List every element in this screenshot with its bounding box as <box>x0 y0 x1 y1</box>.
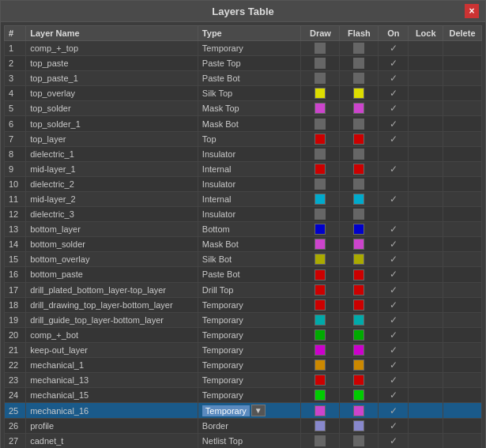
row-on-checkbox[interactable]: ✓ <box>379 86 409 101</box>
row-on-checkbox[interactable] <box>379 176 409 191</box>
row-on-checkbox[interactable]: ✓ <box>379 56 409 71</box>
row-delete-checkbox[interactable] <box>443 222 482 237</box>
row-draw-swatch[interactable] <box>301 252 340 267</box>
flash-color-swatch[interactable] <box>353 284 364 296</box>
flash-color-swatch[interactable] <box>353 390 364 401</box>
row-layer-name[interactable]: mechanical_13 <box>26 373 198 388</box>
row-delete-checkbox[interactable] <box>443 282 482 297</box>
flash-color-swatch[interactable] <box>353 435 364 446</box>
row-on-checkbox[interactable]: ✓ <box>379 71 409 86</box>
row-delete-checkbox[interactable] <box>443 71 482 86</box>
row-flash-swatch[interactable] <box>340 146 379 161</box>
draw-color-swatch[interactable] <box>315 420 326 431</box>
draw-color-swatch[interactable] <box>315 269 326 280</box>
row-draw-swatch[interactable] <box>301 56 340 71</box>
table-row[interactable]: 17drill_plated_bottom_layer-top_layerDri… <box>5 282 482 297</box>
row-flash-swatch[interactable] <box>340 131 379 146</box>
row-draw-swatch[interactable] <box>301 191 340 206</box>
row-on-checkbox[interactable]: ✓ <box>379 342 409 357</box>
row-draw-swatch[interactable] <box>301 146 340 161</box>
row-on-checkbox[interactable]: ✓ <box>379 434 409 448</box>
row-layer-name[interactable]: bottom_layer <box>26 222 198 237</box>
row-delete-checkbox[interactable] <box>443 56 482 71</box>
row-delete-checkbox[interactable] <box>443 207 482 222</box>
row-delete-checkbox[interactable] <box>443 419 482 434</box>
row-lock-checkbox[interactable] <box>409 41 443 56</box>
flash-color-swatch[interactable] <box>353 73 364 84</box>
row-lock-checkbox[interactable] <box>409 357 443 372</box>
row-on-checkbox[interactable]: ✓ <box>379 282 409 297</box>
flash-color-swatch[interactable] <box>353 254 364 265</box>
row-flash-swatch[interactable] <box>340 357 379 372</box>
row-lock-checkbox[interactable] <box>409 191 443 206</box>
row-flash-swatch[interactable] <box>340 327 379 342</box>
flash-color-swatch[interactable] <box>353 103 364 114</box>
row-lock-checkbox[interactable] <box>409 71 443 86</box>
draw-color-swatch[interactable] <box>315 390 326 401</box>
row-draw-swatch[interactable] <box>301 403 340 419</box>
row-draw-swatch[interactable] <box>301 297 340 312</box>
row-on-checkbox[interactable]: ✓ <box>379 373 409 388</box>
table-row[interactable]: 14bottom_solderMask Bot✓ <box>5 237 482 252</box>
table-row[interactable]: 4top_overlaySilk Top✓ <box>5 86 482 101</box>
row-lock-checkbox[interactable] <box>409 222 443 237</box>
flash-color-swatch[interactable] <box>353 329 364 341</box>
table-row[interactable]: 19drill_guide_top_layer-bottom_layerTemp… <box>5 312 482 327</box>
row-flash-swatch[interactable] <box>340 342 379 357</box>
row-on-checkbox[interactable]: ✓ <box>379 312 409 327</box>
row-delete-checkbox[interactable] <box>443 327 482 342</box>
flash-color-swatch[interactable] <box>353 58 364 69</box>
dropdown-arrow-icon[interactable]: ▼ <box>251 405 266 416</box>
row-draw-swatch[interactable] <box>301 131 340 146</box>
row-layer-name[interactable]: bottom_overlay <box>26 252 198 267</box>
row-delete-checkbox[interactable] <box>443 41 482 56</box>
draw-color-swatch[interactable] <box>315 88 326 99</box>
row-layer-name[interactable]: keep-out_layer <box>26 342 198 357</box>
row-flash-swatch[interactable] <box>340 403 379 419</box>
row-flash-swatch[interactable] <box>340 282 379 297</box>
row-draw-swatch[interactable] <box>301 327 340 342</box>
table-row[interactable]: 23mechanical_13Temporary✓ <box>5 373 482 388</box>
row-flash-swatch[interactable] <box>340 434 379 448</box>
row-lock-checkbox[interactable] <box>409 176 443 191</box>
draw-color-swatch[interactable] <box>315 149 326 160</box>
row-on-checkbox[interactable] <box>379 207 409 222</box>
flash-color-swatch[interactable] <box>353 194 364 205</box>
row-delete-checkbox[interactable] <box>443 252 482 267</box>
row-delete-checkbox[interactable] <box>443 342 482 357</box>
table-row[interactable]: 10dielectric_2Insulator <box>5 176 482 191</box>
row-flash-swatch[interactable] <box>340 373 379 388</box>
draw-color-swatch[interactable] <box>315 239 326 250</box>
flash-color-swatch[interactable] <box>353 224 364 235</box>
row-flash-swatch[interactable] <box>340 116 379 131</box>
row-draw-swatch[interactable] <box>301 357 340 372</box>
row-layer-name[interactable]: drill_plated_bottom_layer-top_layer <box>26 282 198 297</box>
type-dropdown[interactable]: Temporary▼ <box>202 405 297 416</box>
row-delete-checkbox[interactable] <box>443 357 482 372</box>
row-layer-name[interactable]: mechanical_15 <box>26 388 198 403</box>
flash-color-swatch[interactable] <box>353 405 364 416</box>
row-delete-checkbox[interactable] <box>443 116 482 131</box>
row-layer-name[interactable]: cadnet_t <box>26 434 198 448</box>
row-lock-checkbox[interactable] <box>409 388 443 403</box>
row-lock-checkbox[interactable] <box>409 101 443 116</box>
row-draw-swatch[interactable] <box>301 116 340 131</box>
row-flash-swatch[interactable] <box>340 419 379 434</box>
row-flash-swatch[interactable] <box>340 312 379 327</box>
table-row[interactable]: 5top_solderMask Top✓ <box>5 101 482 116</box>
row-lock-checkbox[interactable] <box>409 327 443 342</box>
row-draw-swatch[interactable] <box>301 342 340 357</box>
flash-color-swatch[interactable] <box>353 43 364 54</box>
row-layer-name[interactable]: mechanical_16 <box>26 403 198 419</box>
flash-color-swatch[interactable] <box>353 420 364 431</box>
row-lock-checkbox[interactable] <box>409 419 443 434</box>
flash-color-swatch[interactable] <box>353 239 364 250</box>
row-flash-swatch[interactable] <box>340 252 379 267</box>
row-delete-checkbox[interactable] <box>443 403 482 419</box>
row-lock-checkbox[interactable] <box>409 146 443 161</box>
row-lock-checkbox[interactable] <box>409 161 443 176</box>
draw-color-swatch[interactable] <box>315 314 326 326</box>
row-layer-name[interactable]: top_overlay <box>26 86 198 101</box>
row-layer-name[interactable]: drill_guide_top_layer-bottom_layer <box>26 312 198 327</box>
row-lock-checkbox[interactable] <box>409 342 443 357</box>
